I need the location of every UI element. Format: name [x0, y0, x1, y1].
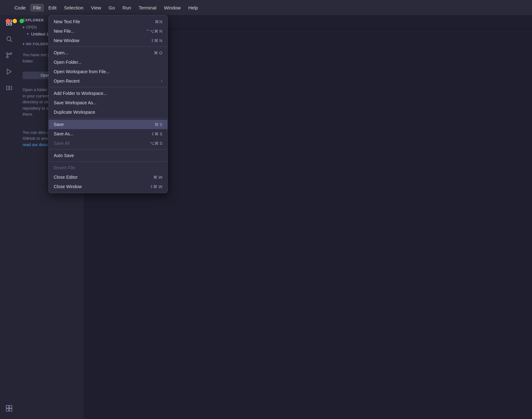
separator-1 [49, 46, 167, 47]
svg-marker-11 [7, 69, 11, 74]
menubar-terminal[interactable]: Terminal [135, 4, 160, 12]
menu-shortcut: ⇧⌘ S [151, 132, 162, 136]
svg-rect-16 [9, 405, 12, 408]
menu-label: Save As... [54, 131, 73, 136]
menu-item-open-recent[interactable]: Open Recent › [49, 76, 167, 86]
menubar-selection[interactable]: Selection [61, 4, 87, 12]
menubar-window[interactable]: Window [161, 4, 184, 12]
menu-label: Duplicate Workspace [54, 110, 95, 115]
svg-rect-3 [10, 23, 12, 25]
menu-label: New File... [54, 29, 74, 34]
menu-label: Save [54, 122, 64, 127]
menu-item-save-workspace[interactable]: Save Workspace As... [49, 98, 167, 107]
menu-item-open-workspace[interactable]: Open Workspace from File... [49, 67, 167, 76]
traffic-lights [6, 19, 24, 23]
svg-point-6 [7, 56, 8, 58]
menu-label: Auto Save [54, 153, 74, 158]
svg-line-5 [10, 40, 12, 42]
close-button[interactable] [6, 19, 10, 23]
menu-label: Open... [54, 50, 68, 55]
separator-3 [49, 118, 167, 118]
svg-point-4 [7, 37, 11, 41]
menu-label: Open Recent [54, 79, 80, 84]
activity-remote[interactable] [5, 84, 14, 92]
submenu-arrow-icon: › [161, 79, 162, 83]
menu-item-revert-file: Revert File [49, 163, 167, 172]
menu-shortcut: ⌃⌥⌘ N [146, 29, 162, 34]
menu-label: Revert File [54, 165, 75, 170]
chevron-down-icon: ▾ [23, 25, 24, 30]
menu-item-save-all: Save All ⌥⌘ S [49, 139, 167, 148]
menu-shortcut: ⌥⌘ S [150, 141, 162, 146]
sidebar-docs-link[interactable]: read our docs [23, 142, 48, 147]
svg-rect-2 [7, 23, 8, 25]
menubar-edit[interactable]: Edit [45, 4, 60, 12]
menubar-file[interactable]: File [30, 4, 44, 12]
menu-label: Close Editor [54, 175, 78, 180]
menu-shortcut: ⌘N [155, 19, 162, 24]
menu-label: Open Folder... [54, 60, 82, 65]
menu-label: New Text File [54, 19, 80, 24]
menu-item-duplicate-ws[interactable]: Duplicate Workspace [49, 107, 167, 117]
menu-label: Save All [54, 141, 70, 146]
menu-shortcut: ⇧⌘ W [150, 184, 162, 189]
file-icon: ✦ [26, 32, 29, 36]
separator-2 [49, 87, 167, 87]
zoom-button[interactable] [19, 19, 24, 23]
activity-search[interactable] [5, 35, 14, 43]
menu-label: Add Folder to Workspace... [54, 91, 107, 96]
separator-5 [49, 161, 167, 162]
menubar-help[interactable]: Help [185, 4, 201, 12]
menu-item-auto-save[interactable]: Auto Save [49, 151, 167, 160]
menubar-view[interactable]: View [88, 4, 104, 12]
minimize-button[interactable] [13, 19, 17, 23]
menu-item-close-editor[interactable]: Close Editor ⌘ W [49, 172, 167, 182]
separator-4 [49, 149, 167, 150]
file-name: Untitled-1 [31, 32, 49, 36]
menu-item-open[interactable]: Open... ⌘ O [49, 48, 167, 57]
apple-menu[interactable] [4, 6, 10, 9]
menu-label: New Window [54, 38, 79, 43]
activity-git[interactable] [5, 51, 14, 60]
menu-shortcut: ⌘ O [154, 51, 162, 55]
menubar-code[interactable]: Code [11, 4, 29, 12]
menubar: Code File Edit Selection View Go Run Ter… [0, 0, 532, 15]
activity-extensions[interactable] [5, 404, 14, 413]
menu-item-new-file[interactable]: New File... ⌃⌥⌘ N [49, 26, 167, 36]
menu-item-new-window[interactable]: New Window ⇧⌘ N [49, 36, 167, 45]
menu-shortcut: ⇧⌘ N [151, 38, 162, 43]
menu-label: Close Window [54, 184, 82, 189]
svg-rect-15 [6, 405, 9, 408]
file-menu-dropdown: New Text File ⌘N New File... ⌃⌥⌘ N New W… [48, 15, 168, 193]
menu-item-save-as[interactable]: Save As... ⇧⌘ S [49, 129, 167, 139]
activity-run-debug[interactable] [5, 67, 14, 76]
menu-shortcut: ⌘ W [153, 175, 162, 180]
svg-rect-18 [9, 409, 12, 411]
svg-rect-17 [6, 409, 9, 411]
menu-item-close-window[interactable]: Close Window ⇧⌘ W [49, 182, 167, 191]
activity-bar [0, 15, 18, 419]
menu-label: Open Workspace from File... [54, 69, 110, 74]
menu-item-save[interactable]: Save ⌘ S [49, 120, 167, 129]
menu-item-new-text-file[interactable]: New Text File ⌘N [49, 17, 167, 26]
menu-label: Save Workspace As... [54, 100, 97, 105]
menu-shortcut: ⌘ S [155, 122, 162, 127]
chevron-down-icon2: ▾ [23, 42, 24, 46]
menu-item-add-folder[interactable]: Add Folder to Workspace... [49, 89, 167, 98]
menu-item-open-folder[interactable]: Open Folder... [49, 57, 167, 67]
menubar-go[interactable]: Go [106, 4, 118, 12]
menubar-run[interactable]: Run [119, 4, 134, 12]
